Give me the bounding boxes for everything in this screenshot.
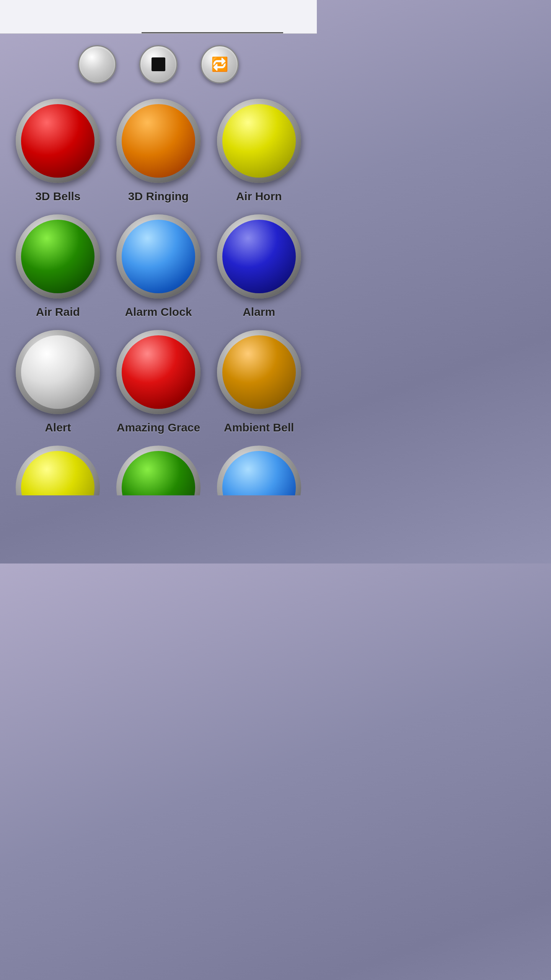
sound-button-ambient-bell[interactable] [217,330,301,414]
bottom-row [0,446,317,495]
stop-icon [152,57,165,71]
sound-label-ambient-bell: Ambient Bell [224,421,294,434]
tab-favorites[interactable] [142,0,283,33]
header [0,0,317,34]
sound-grid: 3D Bells3D RingingAir HornAir RaidAlarm … [0,91,317,446]
sound-item-alert[interactable]: Alert [11,330,104,434]
sound-label-amazing-grace: Amazing Grace [117,421,200,434]
sound-item-air-horn[interactable]: Air Horn [212,99,305,203]
partial-item-bottom-2[interactable] [112,446,205,495]
sound-label-alert: Alert [45,421,71,434]
sound-label-3d-bells: 3D Bells [35,190,80,203]
partial-button-bottom-3[interactable] [217,446,301,495]
sound-button-alarm[interactable] [217,214,301,299]
partial-item-bottom-1[interactable] [11,446,104,495]
tab-sounds[interactable] [0,0,142,33]
repeat-button[interactable]: 🔁 [201,45,239,83]
sound-label-air-raid: Air Raid [36,305,80,318]
sound-button-air-horn[interactable] [217,99,301,183]
sound-item-3d-ringing[interactable]: 3D Ringing [112,99,205,203]
sound-button-amazing-grace[interactable] [116,330,201,414]
sound-button-air-raid[interactable] [16,214,100,299]
help-button[interactable] [78,45,116,83]
top-controls: 🔁 [0,34,317,91]
sound-label-air-horn: Air Horn [236,190,282,203]
sound-item-ambient-bell[interactable]: Ambient Bell [212,330,305,434]
sound-button-alert[interactable] [16,330,100,414]
sound-button-3d-bells[interactable] [16,99,100,183]
sound-item-alarm[interactable]: Alarm [212,214,305,318]
partial-button-bottom-1[interactable] [16,446,100,495]
sound-label-3d-ringing: 3D Ringing [128,190,189,203]
sound-label-alarm: Alarm [243,305,275,318]
stop-button[interactable] [139,45,178,83]
repeat-icon: 🔁 [211,56,228,72]
sound-item-alarm-clock[interactable]: Alarm Clock [112,214,205,318]
sound-label-alarm-clock: Alarm Clock [125,305,192,318]
sound-item-3d-bells[interactable]: 3D Bells [11,99,104,203]
partial-item-bottom-3[interactable] [212,446,305,495]
sound-button-alarm-clock[interactable] [116,214,201,299]
partial-button-bottom-2[interactable] [116,446,201,495]
sound-item-amazing-grace[interactable]: Amazing Grace [112,330,205,434]
sound-button-3d-ringing[interactable] [116,99,201,183]
sound-item-air-raid[interactable]: Air Raid [11,214,104,318]
